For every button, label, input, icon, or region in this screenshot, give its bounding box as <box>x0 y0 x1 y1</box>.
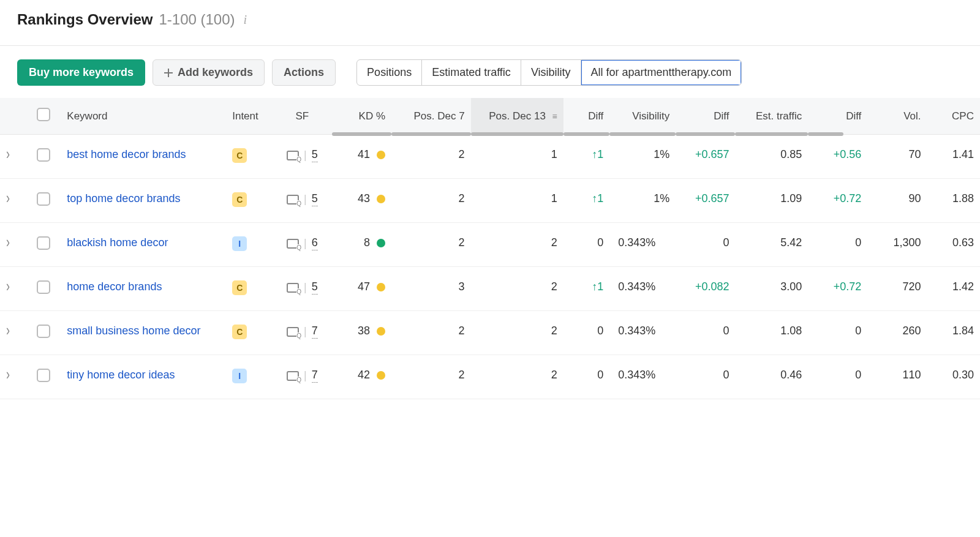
visibility-value: 0.343% <box>609 223 676 267</box>
select-all-checkbox[interactable] <box>37 108 50 121</box>
kd-cell: 41 <box>332 135 391 179</box>
buy-keywords-button[interactable]: Buy more keywords <box>17 59 145 86</box>
row-checkbox[interactable] <box>37 148 50 162</box>
kd-cell: 47 <box>332 267 391 311</box>
page-header: Rankings Overview 1-100 (100) i <box>0 0 980 46</box>
col-diff1[interactable]: Diff <box>564 98 610 135</box>
col-pos2[interactable]: Pos. Dec 13 ≡ <box>471 98 564 135</box>
keyword-link[interactable]: tiny home decor ideas <box>67 369 175 381</box>
table-row: ›best home decor brandsC|541 21↑11%+0.65… <box>0 135 980 179</box>
col-intent[interactable]: Intent <box>226 98 273 135</box>
keyword-link[interactable]: small business home decor <box>67 325 200 337</box>
tab-visibility[interactable]: Visibility <box>521 60 581 85</box>
col-kd[interactable]: KD % <box>332 98 391 135</box>
intent-badge: C <box>232 192 247 207</box>
serp-count: 7 <box>312 325 318 339</box>
visibility-diff: 0 <box>676 355 735 399</box>
page-range: 1-100 (100) <box>159 11 235 28</box>
keyword-link[interactable]: best home decor brands <box>67 148 186 160</box>
plus-icon <box>164 69 173 77</box>
col-keyword[interactable]: Keyword <box>61 98 226 135</box>
serp-features[interactable]: |5 <box>287 280 318 295</box>
intent-badge: C <box>232 280 247 295</box>
expand-row-icon[interactable]: › <box>6 366 12 384</box>
kd-difficulty-dot <box>377 151 385 159</box>
visibility-value: 0.343% <box>609 311 676 355</box>
kd-difficulty-dot <box>377 239 385 247</box>
tab-estimated-traffic[interactable]: Estimated traffic <box>422 60 521 85</box>
row-checkbox[interactable] <box>37 369 50 382</box>
horizontal-scrollbar[interactable] <box>808 132 843 136</box>
horizontal-scrollbar[interactable] <box>332 132 391 136</box>
est-traffic-diff: 0 <box>808 223 867 267</box>
pos-diff: 0 <box>564 355 610 399</box>
kd-cell: 43 <box>332 179 391 223</box>
kd-cell: 8 <box>332 223 391 267</box>
col-sf[interactable]: SF <box>273 98 332 135</box>
row-checkbox[interactable] <box>37 280 50 294</box>
expand-row-icon[interactable]: › <box>6 322 12 340</box>
horizontal-scrollbar[interactable] <box>564 132 610 136</box>
cpc-value: 1.42 <box>927 267 981 311</box>
pos-dec13: 2 <box>471 311 564 355</box>
col-pos1[interactable]: Pos. Dec 7 <box>391 98 471 135</box>
tab-all-for-domain[interactable]: All for apartmenttherapy.com <box>581 60 742 85</box>
serp-features[interactable]: |5 <box>287 148 318 162</box>
horizontal-scrollbar[interactable] <box>609 132 676 136</box>
pos-diff: ↑1 <box>564 267 610 311</box>
est-traffic-value: 1.09 <box>735 179 808 223</box>
volume-value: 1,300 <box>867 223 927 267</box>
serp-features[interactable]: |5 <box>287 192 318 206</box>
row-checkbox[interactable] <box>37 325 50 338</box>
expand-row-icon[interactable]: › <box>6 278 12 296</box>
col-diff3[interactable]: Diff <box>808 98 867 135</box>
serp-features[interactable]: |7 <box>287 325 318 339</box>
keyword-link[interactable]: top home decor brands <box>67 192 180 205</box>
visibility-diff: +0.657 <box>676 135 735 179</box>
table-row: ›home decor brandsC|547 32↑10.343%+0.082… <box>0 267 980 311</box>
col-diff2[interactable]: Diff <box>676 98 735 135</box>
col-visibility[interactable]: Visibility <box>609 98 676 135</box>
keyword-link[interactable]: blackish home decor <box>67 236 168 249</box>
rankings-table: Keyword Intent SF KD % Pos. Dec 7 Pos. D… <box>0 98 980 399</box>
info-icon[interactable]: i <box>241 13 250 27</box>
pos-dec7: 2 <box>391 179 471 223</box>
expand-row-icon[interactable]: › <box>6 190 12 208</box>
cpc-value: 0.63 <box>927 223 981 267</box>
keyword-link[interactable]: home decor brands <box>67 280 162 293</box>
col-est-traffic[interactable]: Est. traffic <box>735 98 808 135</box>
serp-count: 7 <box>312 369 318 383</box>
kd-difficulty-dot <box>377 283 385 291</box>
pos-diff: ↑1 <box>564 135 610 179</box>
serp-count: 5 <box>312 192 318 206</box>
row-checkbox[interactable] <box>37 192 50 206</box>
add-keywords-label: Add keywords <box>178 66 253 79</box>
row-checkbox[interactable] <box>37 236 50 250</box>
horizontal-scrollbar[interactable] <box>391 132 471 136</box>
tab-positions[interactable]: Positions <box>357 60 422 85</box>
intent-badge: C <box>232 325 247 339</box>
horizontal-scrollbar[interactable] <box>676 132 735 136</box>
col-checkbox[interactable] <box>31 98 61 135</box>
col-cpc[interactable]: CPC <box>927 98 981 135</box>
serp-features[interactable]: |6 <box>287 236 318 250</box>
pos-diff: 0 <box>564 311 610 355</box>
serp-count: 5 <box>312 280 318 295</box>
pos-dec7: 2 <box>391 135 471 179</box>
volume-value: 110 <box>867 355 927 399</box>
est-traffic-value: 5.42 <box>735 223 808 267</box>
pos-dec7: 3 <box>391 267 471 311</box>
serp-features[interactable]: |7 <box>287 369 318 383</box>
serp-icon <box>287 327 299 337</box>
est-traffic-diff: +0.72 <box>808 179 867 223</box>
horizontal-scrollbar[interactable] <box>735 132 808 136</box>
col-vol[interactable]: Vol. <box>867 98 927 135</box>
expand-row-icon[interactable]: › <box>6 234 12 252</box>
visibility-value: 1% <box>609 179 676 223</box>
expand-row-icon[interactable]: › <box>6 146 12 163</box>
actions-button[interactable]: Actions <box>272 59 336 86</box>
est-traffic-value: 1.08 <box>735 311 808 355</box>
horizontal-scrollbar[interactable] <box>471 132 564 136</box>
kd-difficulty-dot <box>377 327 385 336</box>
add-keywords-button[interactable]: Add keywords <box>153 59 265 86</box>
